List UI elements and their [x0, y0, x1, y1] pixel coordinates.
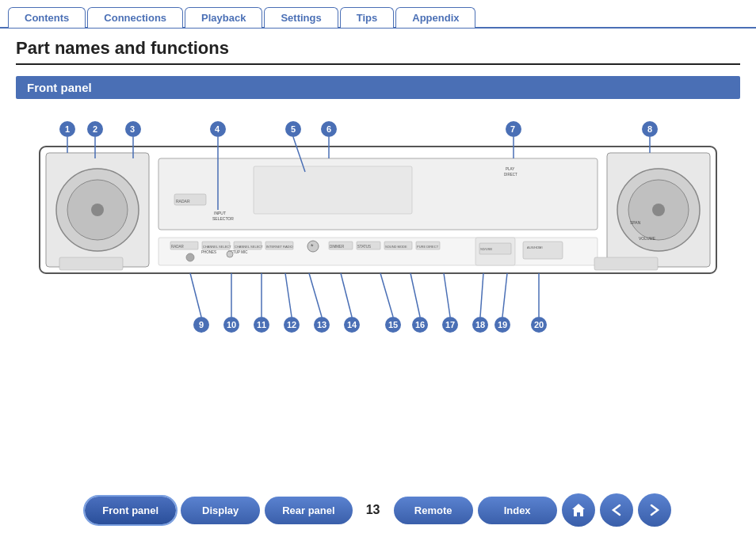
- svg-line-73: [190, 273, 201, 317]
- svg-text:AUX/HDMI: AUX/HDMI: [527, 246, 543, 249]
- svg-point-110: [227, 251, 233, 257]
- back-button[interactable]: [600, 493, 633, 527]
- svg-line-85: [309, 273, 322, 317]
- rear-panel-button[interactable]: Rear panel: [265, 497, 352, 524]
- svg-point-8: [652, 204, 665, 216]
- svg-text:3: 3: [130, 124, 135, 134]
- svg-line-94: [410, 273, 420, 317]
- svg-text:19: 19: [498, 320, 507, 329]
- svg-point-4: [91, 204, 104, 216]
- svg-text:11: 11: [257, 320, 266, 329]
- svg-text:SELECTOR: SELECTOR: [212, 216, 234, 221]
- svg-text:SD/USB: SD/USB: [480, 247, 492, 251]
- forward-button[interactable]: [638, 493, 671, 527]
- front-panel-diagram: marantz RADAR RADAR CHANNEL SELECT CHANN…: [16, 107, 740, 352]
- tab-contents[interactable]: Contents: [8, 7, 86, 28]
- tab-playback[interactable]: Playback: [185, 7, 262, 28]
- page-number: 13: [365, 503, 381, 517]
- svg-text:SOUND MODE: SOUND MODE: [385, 245, 407, 249]
- index-button[interactable]: Index: [478, 497, 557, 524]
- svg-text:17: 17: [445, 320, 455, 329]
- svg-rect-107: [59, 257, 123, 270]
- svg-text:8: 8: [647, 124, 652, 134]
- svg-text:6: 6: [326, 124, 331, 134]
- svg-text:RADAR: RADAR: [176, 199, 190, 204]
- svg-text:14: 14: [347, 320, 357, 329]
- home-button[interactable]: [562, 493, 595, 527]
- svg-text:15: 15: [388, 320, 398, 329]
- svg-text:PURE DIRECT: PURE DIRECT: [417, 245, 439, 249]
- diagram-area: marantz RADAR RADAR CHANNEL SELECT CHANN…: [16, 107, 740, 368]
- svg-point-109: [186, 253, 194, 261]
- svg-line-103: [502, 273, 507, 317]
- svg-text:PLAY: PLAY: [506, 167, 514, 171]
- svg-line-100: [480, 273, 483, 317]
- svg-rect-37: [523, 242, 563, 259]
- page-title: Part names and functions: [16, 38, 740, 65]
- svg-rect-14: [254, 166, 412, 214]
- svg-text:INTERNET RADIO: INTERNET RADIO: [266, 245, 293, 249]
- svg-text:20: 20: [534, 320, 544, 329]
- tab-appendix[interactable]: Appendix: [395, 7, 475, 28]
- svg-text:DIMMER: DIMMER: [330, 245, 345, 249]
- svg-text:4: 4: [215, 124, 220, 134]
- svg-text:VOLUME: VOLUME: [639, 236, 656, 241]
- svg-text:18: 18: [475, 320, 485, 329]
- svg-line-88: [341, 273, 352, 317]
- svg-line-97: [444, 273, 450, 317]
- svg-text:7: 7: [510, 124, 515, 134]
- svg-text:CHANNEL SELECT: CHANNEL SELECT: [203, 245, 231, 249]
- page-title-section: Part names and functions: [0, 29, 756, 68]
- tab-connections[interactable]: Connections: [87, 7, 183, 28]
- svg-text:STATUS: STATUS: [357, 245, 371, 249]
- remote-button[interactable]: Remote: [394, 497, 473, 524]
- svg-text:2: 2: [93, 124, 97, 134]
- svg-text:SPAN: SPAN: [630, 220, 641, 225]
- svg-text:16: 16: [415, 320, 425, 329]
- svg-text:RADAR: RADAR: [171, 245, 185, 249]
- home-icon: [571, 502, 586, 518]
- svg-text:13: 13: [317, 320, 326, 329]
- svg-text:1: 1: [65, 124, 70, 134]
- svg-line-82: [285, 273, 292, 317]
- svg-rect-108: [594, 257, 658, 270]
- tab-tips[interactable]: Tips: [340, 7, 395, 28]
- svg-text:PHONES: PHONES: [201, 250, 216, 254]
- forward-arrow-icon: [647, 502, 662, 518]
- svg-text:10: 10: [227, 320, 236, 329]
- section-header: Front panel: [16, 76, 740, 99]
- top-navigation: Contents Connections Playback Settings T…: [0, 0, 756, 29]
- svg-text:DIRECT: DIRECT: [504, 173, 517, 177]
- svg-text:5: 5: [291, 124, 296, 134]
- display-button[interactable]: Display: [181, 497, 260, 524]
- tab-settings[interactable]: Settings: [264, 7, 338, 28]
- front-panel-button[interactable]: Front panel: [85, 497, 176, 524]
- svg-text:12: 12: [287, 320, 296, 329]
- back-arrow-icon: [609, 502, 624, 518]
- svg-text:9: 9: [199, 320, 204, 329]
- svg-text:INPUT: INPUT: [214, 211, 226, 215]
- svg-text:*: *: [311, 242, 314, 250]
- svg-line-91: [380, 273, 393, 317]
- svg-text:CHANNEL SELECT: CHANNEL SELECT: [235, 245, 263, 249]
- bottom-navigation: Front panel Display Rear panel 13 Remote…: [0, 487, 756, 533]
